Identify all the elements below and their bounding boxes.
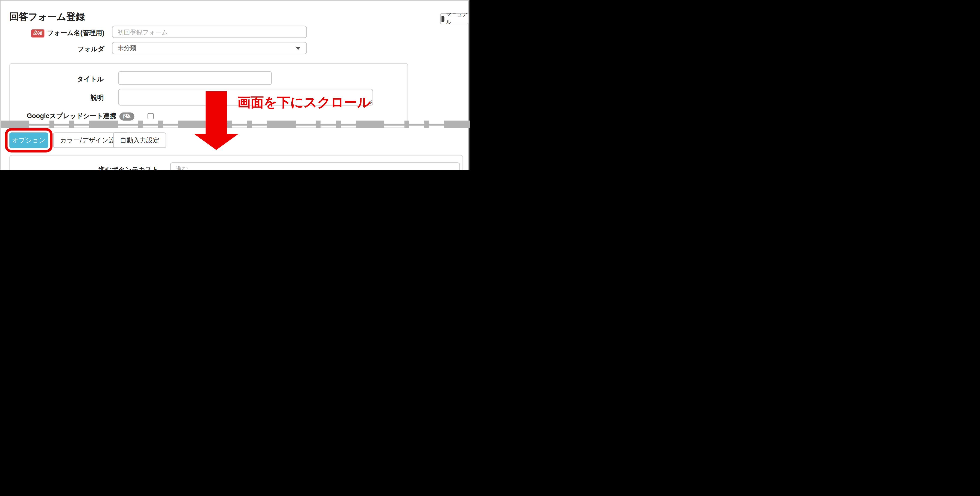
form-register-page: 回答フォーム登録 マニュアル 必須フォーム名(管理用) フォルダ 未分類 タイト… — [0, 0, 469, 170]
book-icon — [441, 16, 444, 21]
folder-select[interactable]: 未分類 — [112, 42, 307, 54]
tab-options[interactable]: オプション — [10, 132, 48, 148]
manual-button[interactable]: マニュアル — [440, 13, 469, 24]
form-name-label-text: フォーム名(管理用) — [47, 29, 105, 36]
title-label: タイトル — [10, 75, 104, 84]
next-button-text-label: 進むボタンテキスト — [10, 166, 159, 170]
google-sheet-row: Googleスプレッドシート連携 β版 — [27, 112, 154, 120]
required-badge: 必須 — [32, 29, 45, 37]
scroll-down-arrow-shaft — [205, 91, 227, 134]
google-sheet-label: Googleスプレッドシート連携 — [27, 112, 116, 120]
form-name-input[interactable] — [112, 26, 307, 38]
scroll-instruction-text: 画面を下にスクロール — [237, 93, 371, 111]
screen: 回答フォーム登録 マニュアル 必須フォーム名(管理用) フォルダ 未分類 タイト… — [0, 0, 980, 170]
tab-auto-input[interactable]: 自動入力設定 — [113, 132, 166, 148]
google-sheet-checkbox[interactable] — [148, 113, 154, 119]
options-section: 進むボタンテキスト 送信ボタンテキスト 送信確認ダイアログ 表示する 回答期限 … — [10, 155, 463, 170]
scroll-tear-separator — [1, 120, 470, 129]
form-name-label: 必須フォーム名(管理用) — [1, 29, 105, 37]
description-label: 説明 — [10, 93, 104, 103]
title-input[interactable] — [118, 71, 272, 85]
folder-label: フォルダ — [1, 45, 105, 54]
manual-button-label: マニュアル — [446, 11, 468, 26]
beta-badge: β版 — [119, 112, 134, 120]
next-button-text-input[interactable] — [170, 162, 460, 170]
chevron-down-icon — [296, 47, 301, 50]
page-title: 回答フォーム登録 — [10, 11, 85, 23]
folder-select-value: 未分類 — [118, 44, 137, 52]
